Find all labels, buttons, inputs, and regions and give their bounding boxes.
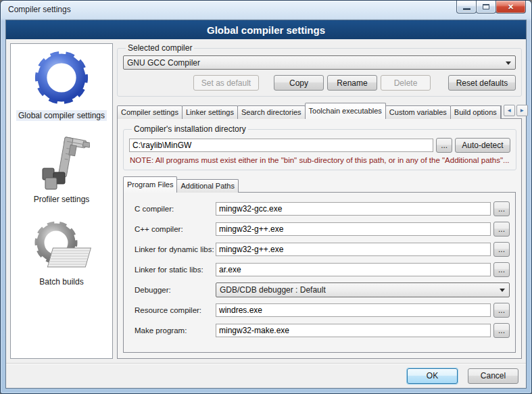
tab-linker-settings[interactable]: Linker settings [182,105,238,119]
field-label: C compiler: [135,205,216,213]
dialog-footer: OK Cancel [6,363,526,388]
settings-category-list: Global compiler settings [10,43,113,359]
field-label: Make program: [135,326,216,335]
chevron-down-icon [506,61,511,68]
tab-program-files[interactable]: Program Files [123,176,177,193]
toolchain-executables-page: Compiler's installation directory ... Au… [117,118,522,359]
dialog-frame: Global compiler settings [5,20,527,389]
settings-tabbar: Compiler settings Linker settings Search… [117,102,522,119]
close-icon: ✕ [508,3,514,11]
window-title: Compiler settings [8,5,71,14]
main-panel: Selected compiler GNU GCC Compiler Set a… [117,43,522,359]
installation-directory-row: ... Auto-detect [129,138,510,153]
sidebar-item-label: Profiler settings [32,194,92,205]
selected-compiler-group: Selected compiler GNU GCC Compiler Set a… [117,43,522,97]
tab-scroll-right-button[interactable]: ► [516,105,528,116]
cancel-button[interactable]: Cancel [468,368,518,384]
reset-defaults-button[interactable]: Reset defaults [448,75,516,91]
maximize-button[interactable] [476,1,496,14]
field-row-dynamic-linker: Linker for dynamic libs: ... [135,242,510,257]
dialog-body: Global compiler settings [6,39,526,363]
sidebar-item-profiler-settings[interactable]: Profiler settings [32,134,92,205]
window-controls: ✕ [457,1,526,14]
titlebar[interactable]: Compiler settings ✕ [1,1,531,20]
tab-scroll-left-button[interactable]: ◄ [504,105,515,116]
rename-button[interactable]: Rename [327,75,377,91]
set-as-default-button[interactable]: Set as default [193,75,259,91]
field-row-c-compiler: C compiler: ... [135,201,510,216]
field-row-debugger: Debugger: GDB/CDB debugger : Default [135,282,510,297]
dynamic-linker-browse-button[interactable]: ... [493,242,510,257]
field-row-cpp-compiler: C++ compiler: ... [135,222,510,237]
tab-custom-variables[interactable]: Custom variables [385,105,451,119]
chevron-down-icon [500,289,505,295]
blue-gear-icon [30,47,93,109]
cpp-compiler-browse-button[interactable]: ... [493,222,510,237]
field-label: Linker for dynamic libs: [135,245,216,253]
field-row-static-linker: Linker for static libs: ... [135,262,510,277]
installation-directory-browse-button[interactable]: ... [436,138,452,153]
sidebar-item-batch-builds[interactable]: Batch builds [30,218,93,287]
field-row-make-program: Make program: ... [135,323,510,338]
c-compiler-browse-button[interactable]: ... [493,201,510,216]
tab-scroll-controls: ◄ ► [502,105,528,119]
field-label: Linker for static libs: [135,266,216,274]
installation-directory-group: Compiler's installation directory ... Au… [123,124,516,170]
installation-directory-group-label: Compiler's installation directory [132,124,248,134]
compiler-select-value: GNU GCC Compiler [127,58,502,68]
tab-toolchain-executables[interactable]: Toolchain executables [305,103,386,119]
dialog-header: Global compiler settings [6,20,526,39]
field-label: C++ compiler: [135,225,216,233]
cpp-compiler-input[interactable] [216,222,491,236]
installation-directory-input[interactable] [129,139,433,152]
resource-compiler-browse-button[interactable]: ... [493,303,510,318]
debugger-select-value: GDB/CDB debugger : Default [220,285,495,295]
tab-additional-paths[interactable]: Additional Paths [176,179,239,193]
tab-search-directories[interactable]: Search directories [237,105,306,119]
static-linker-browse-button[interactable]: ... [493,262,510,277]
maximize-icon [483,4,489,9]
close-button[interactable]: ✕ [495,1,526,14]
copy-button[interactable]: Copy [274,75,324,91]
auto-detect-button[interactable]: Auto-detect [455,138,510,153]
sidebar-item-label: Batch builds [37,276,85,287]
resource-compiler-input[interactable] [216,303,491,317]
sidebar-item-global-compiler-settings[interactable]: Global compiler settings [16,47,107,121]
selected-compiler-group-label: Selected compiler [126,43,194,53]
make-program-browse-button[interactable]: ... [493,323,510,338]
debugger-select[interactable]: GDB/CDB debugger : Default [216,282,510,297]
field-row-resource-compiler: Resource compiler: ... [135,303,510,318]
program-tabbar: Program Files Additional Paths [123,176,516,193]
make-program-input[interactable] [216,324,491,337]
tab-build-options[interactable]: Build options [450,105,501,119]
delete-button[interactable]: Delete [381,75,431,91]
page-title: Global compiler settings [207,24,325,36]
minimize-button[interactable] [456,1,477,14]
sidebar-item-label: Global compiler settings [16,110,107,121]
gear-stack-icon [30,218,93,275]
c-compiler-input[interactable] [216,202,491,216]
program-files-page: C compiler: ... C++ compiler: ... Linker… [123,192,516,353]
bin-subdirectory-note: NOTE: All programs must exist either in … [130,156,510,164]
tab-compiler-settings[interactable]: Compiler settings [117,105,183,119]
field-label: Resource compiler: [135,306,216,314]
compiler-select[interactable]: GNU GCC Compiler [123,55,516,70]
static-linker-input[interactable] [216,263,491,276]
compiler-buttons-row: Set as default Copy Rename Delete Reset … [123,75,516,91]
compiler-settings-window: Compiler settings ✕ Global compiler sett… [0,0,532,394]
ok-button[interactable]: OK [407,368,458,384]
field-label: Debugger: [135,286,216,294]
caliper-icon [33,134,90,193]
minimize-icon [463,8,470,10]
dynamic-linker-input[interactable] [216,243,491,256]
